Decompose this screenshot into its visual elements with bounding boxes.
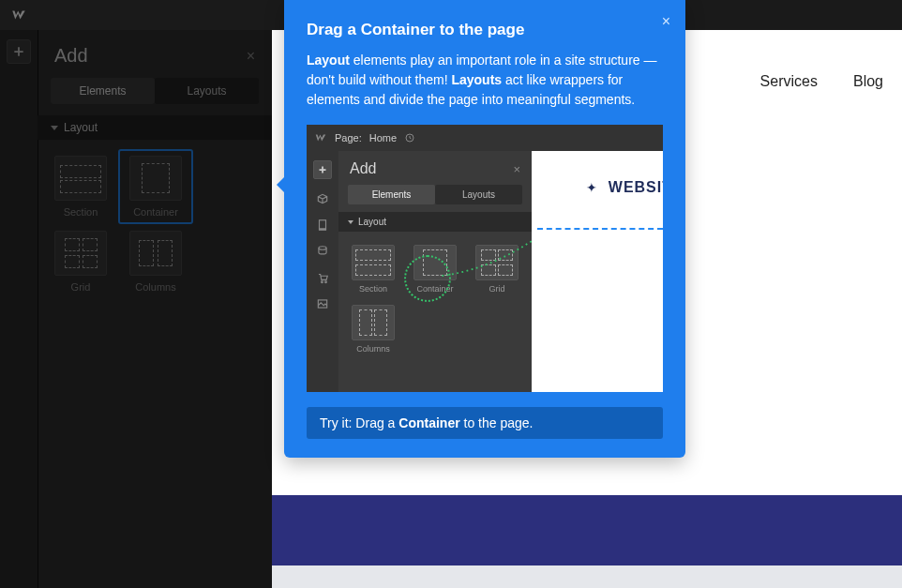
tooltip-arrow-icon [277,175,286,194]
assets-icon [316,297,329,310]
pages-icon [316,219,329,232]
element-label: Grid [71,281,91,293]
preview-site-title: WEBSIT [609,179,663,196]
left-tool-rail [0,30,38,588]
add-panel-title: Add [54,45,88,67]
tooltip-preview-image: Page: Home Add × Element [307,125,663,392]
preview-tab-layouts: Layouts [435,185,522,204]
preview-item-container: Container [404,239,466,299]
element-section[interactable]: Section [43,149,118,224]
preview-add-title: Add [350,160,376,177]
webflow-logo-icon[interactable] [0,0,38,30]
preview-item-section: Section [342,239,404,299]
preview-tab-elements: Elements [348,185,435,204]
chevron-down-icon [51,126,58,130]
plus-icon [313,160,332,179]
container-thumb-icon [129,156,182,201]
nav-services[interactable]: Services [760,73,818,90]
layout-section-label: Layout [64,121,98,134]
onboarding-tooltip: × Drag a Container to the page Layout el… [284,0,685,458]
add-element-button[interactable] [7,39,31,64]
tooltip-body: Layout elements play an important role i… [307,51,663,110]
preview-section-label: Layout [358,217,386,227]
close-icon[interactable]: × [662,13,670,30]
close-icon[interactable]: × [247,48,255,65]
element-label: Section [64,206,98,218]
element-grid[interactable]: Grid [43,224,118,299]
tooltip-try-it: Try it: Drag a Container to the page. [307,407,663,439]
cms-icon [316,245,329,258]
hero-band [272,495,902,565]
sparkle-icon: ✦ [586,180,597,195]
tooltip-title: Drag a Container to the page [307,21,663,39]
element-label: Columns [135,281,175,293]
svg-point-2 [319,247,326,250]
element-columns[interactable]: Columns [118,224,193,299]
nav-blog[interactable]: Blog [853,73,883,90]
svg-point-3 [322,281,323,283]
layout-section-header[interactable]: Layout [38,115,272,140]
svg-rect-1 [320,220,326,229]
preview-page-label: Page: [335,132,362,143]
svg-point-4 [325,281,327,283]
tab-layouts[interactable]: Layouts [155,78,259,104]
element-label: Container [133,206,178,218]
chevron-down-icon [348,220,353,224]
element-container[interactable]: Container [118,149,193,224]
drop-zone-indicator [537,228,663,230]
preview-item-grid: Grid [466,239,528,299]
preview-page-name: Home [369,132,397,143]
site-nav: Services Blog [760,73,883,90]
section-thumb-icon [54,156,107,201]
add-panel: Add × Elements Layouts Layout Section Co… [38,30,272,588]
ecommerce-icon [316,271,329,284]
footer-strip [272,565,902,588]
close-icon: × [513,162,520,176]
preview-item-columns: Columns [342,299,404,359]
tab-elements[interactable]: Elements [51,78,155,104]
box-icon [316,192,329,205]
grid-thumb-icon [54,231,107,276]
preview-icon [404,132,415,143]
columns-thumb-icon [129,231,182,276]
